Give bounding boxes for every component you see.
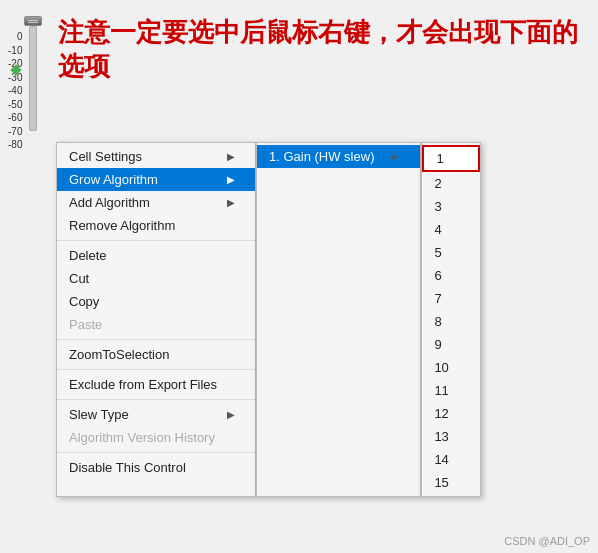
watermark: CSDN @ADI_OP [504, 535, 590, 547]
number-item-4[interactable]: 4 [422, 218, 480, 241]
menu-item-copy[interactable]: Copy [57, 290, 255, 313]
number-item-14[interactable]: 14 [422, 448, 480, 471]
menu-separator [57, 452, 255, 453]
ruler-value: -40 [8, 84, 22, 98]
number-item-12[interactable]: 12 [422, 402, 480, 425]
number-item-13[interactable]: 13 [422, 425, 480, 448]
menu-item-grow-algorithm[interactable]: Grow Algorithm▶ [57, 168, 255, 191]
number-item-8[interactable]: 8 [422, 310, 480, 333]
number-item-10[interactable]: 10 [422, 356, 480, 379]
number-item-9[interactable]: 9 [422, 333, 480, 356]
menu-item-cell-settings[interactable]: Cell Settings▶ [57, 145, 255, 168]
submenu-gain-hw-slew[interactable]: 1. Gain (HW slew) ► [257, 145, 420, 168]
number-item-2[interactable]: 2 [422, 172, 480, 195]
number-item-11[interactable]: 11 [422, 379, 480, 402]
menu-arrow-icon: ▶ [227, 197, 235, 208]
menu-item-algorithm-version-history: Algorithm Version History [57, 426, 255, 449]
number-item-15[interactable]: 15 [422, 471, 480, 494]
annotation-text: 注意一定要选中后鼠标右键，才会出现下面的选项 [42, 8, 598, 92]
menu-item-zoomtoselection[interactable]: ZoomToSelection [57, 343, 255, 366]
ruler-value: -10 [8, 44, 22, 58]
menu-separator [57, 240, 255, 241]
ruler-value: -70 [8, 125, 22, 139]
submenu-numbers: 123456789101112131415 [421, 142, 481, 497]
menu-item-exclude-from-export-files[interactable]: Exclude from Export Files [57, 373, 255, 396]
number-item-3[interactable]: 3 [422, 195, 480, 218]
ruler-value: -60 [8, 111, 22, 125]
number-item-1[interactable]: 1 [422, 145, 480, 172]
slider-thumb[interactable] [24, 16, 42, 26]
submenu-grow-algorithm: 1. Gain (HW slew) ► [256, 142, 421, 497]
menu-item-disable-this-control[interactable]: Disable This Control [57, 456, 255, 479]
slider-track[interactable] [29, 26, 37, 131]
menu-arrow-icon: ▶ [227, 174, 235, 185]
ruler-value: 0 [17, 30, 23, 44]
slider-track-area[interactable] [24, 16, 42, 131]
context-menu: Cell Settings▶Grow Algorithm▶Add Algorit… [56, 142, 256, 497]
submenu-arrow: ► [390, 151, 400, 162]
ruler-value: -50 [8, 98, 22, 112]
menu-item-slew-type[interactable]: Slew Type▶ [57, 403, 255, 426]
top-area: 0-10-20-30-40-50-60-70-80 注意一定要选中后鼠标右键，才… [0, 0, 598, 145]
menu-item-cut[interactable]: Cut [57, 267, 255, 290]
menu-item-add-algorithm[interactable]: Add Algorithm▶ [57, 191, 255, 214]
ruler: 0-10-20-30-40-50-60-70-80 [8, 30, 22, 152]
slider-container: 0-10-20-30-40-50-60-70-80 [8, 12, 42, 152]
menu-item-delete[interactable]: Delete [57, 244, 255, 267]
number-item-7[interactable]: 7 [422, 287, 480, 310]
menu-arrow-icon: ▶ [227, 409, 235, 420]
ruler-value: -80 [8, 138, 22, 152]
menu-arrow-icon: ▶ [227, 151, 235, 162]
menu-item-remove-algorithm[interactable]: Remove Algorithm [57, 214, 255, 237]
number-item-5[interactable]: 5 [422, 241, 480, 264]
menu-item-paste: Paste [57, 313, 255, 336]
context-menu-wrapper: Cell Settings▶Grow Algorithm▶Add Algorit… [56, 142, 481, 497]
number-item-6[interactable]: 6 [422, 264, 480, 287]
menu-separator [57, 339, 255, 340]
menu-separator [57, 369, 255, 370]
menu-separator [57, 399, 255, 400]
